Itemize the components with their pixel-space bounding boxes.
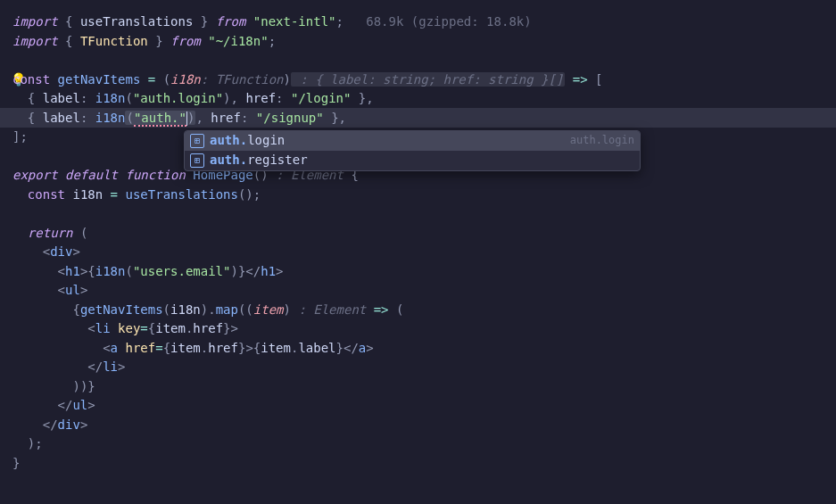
symbol-icon: ⊞ bbox=[190, 153, 204, 168]
code-line[interactable]: <li key={item.href}> bbox=[12, 319, 836, 339]
code-line[interactable]: </ul> bbox=[12, 396, 836, 416]
code-line[interactable]: </div> bbox=[12, 416, 836, 435]
autocomplete-label: auth.register bbox=[210, 151, 634, 170]
code-line[interactable]: ); bbox=[12, 434, 836, 454]
code-line[interactable]: { label: i18n("auth."), href: "/signup" … bbox=[12, 109, 836, 128]
code-line[interactable]: import { TFunction } from "~/i18n"; bbox=[12, 32, 836, 52]
autocomplete-popup[interactable]: ⊞ auth.login auth.login ⊞ auth.register bbox=[184, 130, 641, 171]
autocomplete-item[interactable]: ⊞ auth.register bbox=[185, 151, 640, 170]
autocomplete-detail: auth.login bbox=[570, 131, 634, 151]
error-squiggle: "auth." bbox=[134, 111, 186, 127]
code-line[interactable]: <h1>{i18n("users.email")}</h1> bbox=[12, 262, 836, 282]
return-type-hint: : { label: string; href: string }[] bbox=[291, 72, 565, 87]
code-line[interactable]: return ( bbox=[12, 224, 836, 244]
autocomplete-item[interactable]: ⊞ auth.login auth.login bbox=[185, 131, 640, 151]
autocomplete-label: auth.login bbox=[210, 131, 570, 151]
code-line[interactable]: import { useTranslations } from "next-in… bbox=[12, 12, 836, 32]
code-line[interactable]: <div> bbox=[12, 243, 836, 262]
code-line[interactable]: { label: i18n("auth.login"), href: "/log… bbox=[12, 89, 836, 109]
code-line[interactable]: } bbox=[12, 454, 836, 474]
code-line[interactable]: const i18n = useTranslations(); bbox=[12, 186, 836, 205]
code-line[interactable]: </li> bbox=[12, 358, 836, 377]
code-line[interactable]: {getNavItems(i18n).map((item) : Element … bbox=[12, 301, 836, 320]
symbol-icon: ⊞ bbox=[190, 134, 204, 148]
code-line[interactable]: <ul> bbox=[12, 281, 836, 301]
import-size-hint: 68.9k (gzipped: 18.8k) bbox=[366, 14, 531, 29]
return-type-hint: : Element bbox=[291, 302, 366, 317]
code-editor[interactable]: import { useTranslations } from "next-in… bbox=[12, 12, 836, 473]
code-line[interactable]: const getNavItems = (i18n: TFunction) : … bbox=[12, 70, 836, 90]
code-line[interactable] bbox=[12, 204, 836, 224]
code-line[interactable]: <a href={item.href}>{item.label}</a> bbox=[12, 339, 836, 359]
code-line[interactable]: ))} bbox=[12, 377, 836, 397]
keyword-import: import bbox=[12, 14, 58, 29]
code-line[interactable] bbox=[12, 51, 836, 70]
